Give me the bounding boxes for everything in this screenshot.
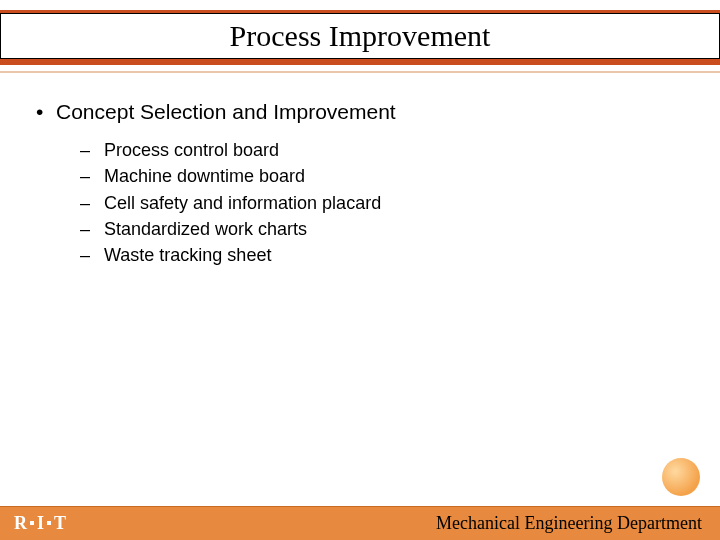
list-item-text: Cell safety and information placard — [104, 191, 381, 215]
body: • Concept Selection and Improvement – Pr… — [36, 100, 684, 269]
footer: RIT Mechanical Engineering Department — [0, 506, 720, 540]
header-rule-thin — [0, 71, 720, 73]
footer-department: Mechanical Engineering Department — [436, 513, 702, 534]
rit-letter: I — [37, 513, 44, 533]
dot-separator-icon — [30, 521, 34, 525]
rit-letter: R — [14, 513, 27, 533]
rit-letter: T — [54, 513, 66, 533]
list-item-text: Standardized work charts — [104, 217, 307, 241]
header: Process Improvement — [0, 0, 720, 74]
dash-icon: – — [80, 217, 104, 241]
slide-title: Process Improvement — [230, 19, 491, 53]
decorative-circle-icon — [662, 458, 700, 496]
title-bar: Process Improvement — [0, 13, 720, 59]
bullet-dot-icon: • — [36, 100, 56, 124]
footer-logo-rit: RIT — [14, 513, 66, 534]
sub-bullet-list: – Process control board – Machine downti… — [80, 138, 684, 267]
list-item-text: Process control board — [104, 138, 279, 162]
list-item: – Cell safety and information placard — [80, 191, 684, 215]
dot-separator-icon — [47, 521, 51, 525]
dash-icon: – — [80, 138, 104, 162]
list-item: – Standardized work charts — [80, 217, 684, 241]
list-item: – Machine downtime board — [80, 164, 684, 188]
dash-icon: – — [80, 243, 104, 267]
list-item-text: Waste tracking sheet — [104, 243, 271, 267]
header-rule-mid — [0, 59, 720, 65]
list-item: – Waste tracking sheet — [80, 243, 684, 267]
slide: Process Improvement • Concept Selection … — [0, 0, 720, 540]
dash-icon: – — [80, 191, 104, 215]
bullet-level-1: • Concept Selection and Improvement — [36, 100, 684, 124]
bullet-1-text: Concept Selection and Improvement — [56, 100, 396, 124]
dash-icon: – — [80, 164, 104, 188]
list-item: – Process control board — [80, 138, 684, 162]
list-item-text: Machine downtime board — [104, 164, 305, 188]
